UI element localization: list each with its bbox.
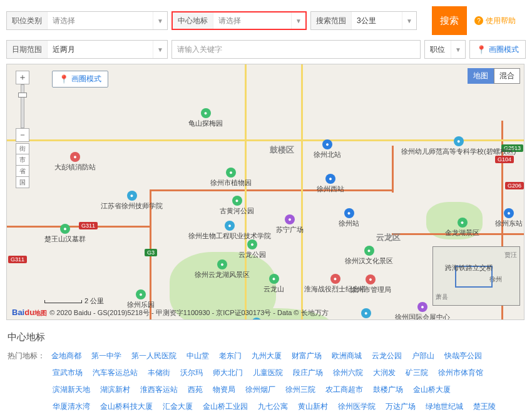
landmark-link[interactable]: 老东门	[219, 349, 242, 362]
landmark-link[interactable]: 九州大厦	[252, 349, 282, 362]
map-type-map[interactable]: 地图	[468, 68, 494, 84]
minimap[interactable]: 徐州 萧县 贾汪	[432, 246, 520, 306]
landmark-link[interactable]: 云龙公园	[372, 349, 402, 362]
landmark-link[interactable]: 金山桥科技大厦	[100, 400, 153, 412]
poi-label: 徐州云龙湖风景区	[195, 270, 250, 279]
landmark-link[interactable]: 金山桥工业园	[203, 400, 248, 412]
landmark-link[interactable]: 户部山	[412, 349, 434, 362]
zoom-tag-country[interactable]: 国	[16, 177, 29, 188]
poi[interactable]: ●徐州云龙湖风景区	[195, 259, 250, 279]
category-select[interactable]: 职位类别 请选择 ▼	[6, 11, 168, 30]
landmark-link[interactable]: 湖滨新村	[100, 383, 130, 396]
map-mode-overlay[interactable]: 📍 画圈模式	[52, 71, 108, 88]
poi[interactable]: ●徐州汉文化景区	[345, 246, 393, 266]
landmark-link[interactable]: 鼓楼广场	[373, 383, 403, 396]
landmark-link[interactable]: 金山桥大厦	[413, 383, 451, 396]
map-type-hybrid[interactable]: 混合	[494, 68, 520, 84]
landmark-link[interactable]: 徐州市体育馆	[438, 366, 483, 379]
poi-label: 徐州北站	[314, 150, 341, 159]
poi[interactable]: ●苏宁广场	[276, 214, 304, 234]
job-select[interactable]: 职位 ▼	[424, 40, 466, 59]
poi[interactable]: ●古黄河公园	[220, 196, 254, 216]
zoom-slider[interactable]	[21, 84, 24, 128]
landmark-link[interactable]: 淮西客运站	[140, 383, 178, 396]
landmark-link[interactable]: 徐州六院	[333, 366, 363, 379]
poi[interactable]: ●云龙公园	[238, 239, 266, 259]
landmark-link[interactable]: 汽车客运总站	[93, 366, 138, 379]
landmark-link[interactable]: 第一中学	[91, 349, 121, 362]
landmark-link[interactable]: 财富广场	[292, 349, 322, 362]
landmark-link[interactable]: 儿童医院	[253, 366, 283, 379]
landmark-link[interactable]: 楚王陵	[473, 400, 496, 412]
landmark-link[interactable]: 师大北门	[213, 366, 243, 379]
landmark-row: 热门地标：金地商都第一中学第一人民医院中山堂老东门九州大厦财富广场欧洲商城云龙公…	[8, 349, 524, 362]
landmark-link[interactable]: 农工商超市	[325, 383, 363, 396]
zoom-tag-street[interactable]: 街	[16, 143, 29, 154]
landmark-link[interactable]: 欧洲商城	[332, 349, 362, 362]
poi[interactable]: ●龟山探梅园	[188, 108, 223, 128]
poi[interactable]: ●徐州生物工程职业技术学院	[188, 221, 271, 241]
landmark-link[interactable]: 金地商都	[51, 349, 81, 362]
poi-icon: ●	[454, 136, 464, 146]
poi[interactable]: ●大彭镇消防站	[54, 152, 96, 172]
landmark-link[interactable]: 绿地世纪城	[426, 400, 463, 412]
poi[interactable]: ●徐州市管理局	[350, 274, 391, 294]
map-canvas[interactable]: 鼓楼区 云龙区 G3 G311 G311 G104 G206 G2513 📍 画…	[6, 64, 524, 320]
poi[interactable]: ●徐州乐园	[127, 289, 155, 309]
radius-select[interactable]: 搜索范围 3公里 ▼	[310, 11, 417, 30]
date-select[interactable]: 日期范围 近两月 ▼	[6, 40, 168, 59]
landmark-link[interactable]: 沃尔玛	[180, 366, 203, 379]
poi[interactable]: ●徐州市植物园	[210, 168, 252, 188]
landmark-link[interactable]: 中山堂	[187, 349, 209, 362]
landmark-link[interactable]: 万达广场	[386, 400, 416, 412]
poi-label: 徐州国际会展中心	[395, 313, 450, 320]
poi[interactable]: ●金龙湖景区	[445, 218, 479, 238]
poi[interactable]: ●徐州国际会展中心	[395, 302, 450, 320]
help-link[interactable]: ? 使用帮助	[474, 16, 516, 26]
landmark-link[interactable]: 第一人民医院	[131, 349, 176, 362]
poi[interactable]: ●徐州幼儿师范高等专科学校(碧螺校区)	[401, 136, 516, 156]
landmarks-section: 中心地标 热门地标：金地商都第一中学第一人民医院中山堂老东门九州大厦财富广场欧洲…	[0, 325, 532, 412]
landmark-link[interactable]: 快哉亭公园	[444, 349, 482, 362]
zoom-handle[interactable]	[18, 93, 27, 98]
poi[interactable]: ●云龙山	[263, 274, 284, 294]
landmark-link[interactable]: 九七公寓	[258, 400, 288, 412]
zoom-tag-city[interactable]: 市	[16, 154, 29, 166]
landmark-link[interactable]: 大润发	[373, 366, 396, 379]
poi[interactable]: ●江苏省徐州技师学院	[101, 191, 163, 211]
poi[interactable]: ●徐州站	[339, 208, 359, 228]
landmark-link[interactable]: 徐州三院	[285, 383, 315, 396]
poi[interactable]: ●徐州西站	[317, 174, 344, 194]
landmark-link[interactable]: 黄山新村	[298, 400, 328, 412]
keyword-input[interactable]: 请输入关键字	[171, 40, 421, 59]
zoom-out-button[interactable]: －	[16, 128, 29, 142]
search-button[interactable]: 搜索	[432, 6, 467, 35]
landmark-link[interactable]: 矿三院	[406, 366, 428, 379]
landmark-link[interactable]: 汇金大厦	[163, 400, 193, 412]
poi[interactable]: ●中国矿业大学(文昌校区)	[329, 308, 402, 320]
landmark-link[interactable]: 宣武市场	[53, 366, 83, 379]
poi[interactable]: 跨海铁路立交桥	[445, 263, 493, 273]
map-mode-button[interactable]: 📍 画圈模式	[469, 40, 526, 59]
landmark-link[interactable]: 滨湖新天地	[53, 383, 90, 396]
hot-label: 热门地标：	[8, 349, 45, 362]
minimap-right: 贾汪	[504, 251, 517, 259]
landmark-link[interactable]: 徐州医学院	[338, 400, 376, 412]
zoom-in-button[interactable]: ＋	[16, 71, 29, 84]
poi[interactable]: ●徐州东站	[495, 208, 523, 228]
landmark-link[interactable]: 徐州烟厂	[245, 383, 275, 396]
poi[interactable]: ●楚王山汉墓群	[44, 224, 86, 244]
landmark-row: 华厦清水湾金山桥科技大厦汇金大厦金山桥工业园九七公寓黄山新村徐州医学院万达广场绿…	[8, 400, 524, 412]
landmark-link[interactable]: 丰储街	[148, 366, 170, 379]
zoom-tag-province[interactable]: 省	[16, 166, 29, 177]
baidu-logo: Baidu地图	[12, 308, 47, 318]
poi[interactable]: ●中国矿业大学(南湖校区)	[220, 318, 293, 320]
landmark-link[interactable]: 物资局	[213, 383, 235, 396]
landmark-link[interactable]: 段庄广场	[293, 366, 323, 379]
poi-label: 古黄河公园	[220, 206, 254, 216]
poi[interactable]: ●徐州北站	[314, 139, 341, 159]
poi-icon: ●	[344, 208, 354, 218]
landmark-select[interactable]: 中心地标 请选择 ▼	[171, 11, 307, 30]
landmark-link[interactable]: 华厦清水湾	[53, 400, 90, 412]
landmark-link[interactable]: 西苑	[188, 383, 203, 396]
